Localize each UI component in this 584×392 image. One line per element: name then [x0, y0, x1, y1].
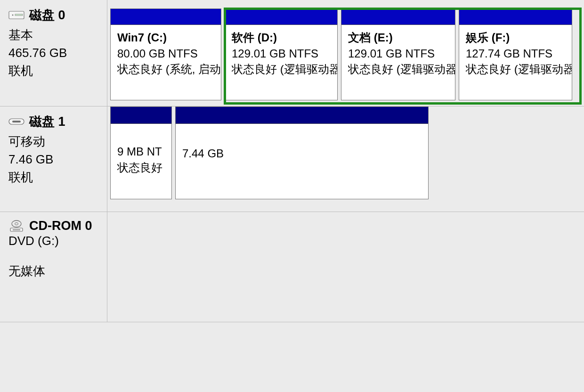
partition-status: 状态良好 (逻辑驱动器: [466, 61, 565, 77]
svg-rect-4: [12, 121, 21, 122]
partition-status: 状态良好 (逻辑驱动器: [348, 61, 448, 77]
partition-size: 129.01 GB NTFS: [232, 46, 331, 62]
partition-header: [341, 9, 455, 25]
partition-d[interactable]: 软件 (D:) 129.01 GB NTFS 状态良好 (逻辑驱动器: [225, 8, 338, 100]
cdrom-drive: DVD (G:): [8, 234, 102, 248]
disk-status: 联机: [8, 63, 102, 79]
svg-rect-8: [13, 229, 20, 230]
partition-label: Win7 (C:): [117, 30, 214, 46]
partition-header: [459, 9, 572, 25]
partition-status: 状态良好 (系统, 启动: [117, 61, 214, 77]
partition-size: 80.00 GB NTFS: [117, 46, 214, 62]
partition-label: 软件 (D:): [232, 30, 331, 46]
disk-status: 联机: [8, 169, 102, 186]
disk-size: 7.46 GB: [8, 152, 102, 167]
partition-label: 娱乐 (F:): [466, 30, 565, 46]
partition-area-0: Win7 (C:) 80.00 GB NTFS 状态良好 (系统, 启动 软件 …: [107, 0, 584, 106]
disk-size: 465.76 GB: [8, 46, 102, 60]
partition-removable-0[interactable]: 9 MB NT 状态良好: [110, 106, 172, 199]
partition-removable-1[interactable]: 7.44 GB: [175, 106, 429, 199]
removable-drive-icon: [8, 118, 24, 125]
partition-status: 状态良好 (逻辑驱动器: [232, 61, 331, 77]
disk-row-1: 磁盘 1 可移动 7.46 GB 联机 9 MB NT 状态良好 7.44 GB: [0, 106, 584, 212]
cdrom-row: CD-ROM 0 DVD (G:) 无媒体: [0, 212, 584, 322]
disk-name: 磁盘 1: [29, 113, 65, 130]
hdd-icon: [8, 11, 24, 19]
partition-f[interactable]: 娱乐 (F:) 127.74 GB NTFS 状态良好 (逻辑驱动器: [459, 8, 572, 100]
disk-info-panel-0[interactable]: 磁盘 0 基本 465.76 GB 联机: [0, 0, 107, 106]
cdrom-name: CD-ROM 0: [29, 219, 92, 233]
svg-point-5: [12, 220, 21, 227]
optical-drive-icon: [8, 220, 24, 232]
partition-area-1: 9 MB NT 状态良好 7.44 GB: [107, 106, 584, 212]
partition-header: [176, 107, 428, 124]
svg-rect-2: [15, 14, 23, 16]
partition-size: 9 MB NT: [117, 144, 165, 160]
partition-c[interactable]: Win7 (C:) 80.00 GB NTFS 状态良好 (系统, 启动: [110, 8, 221, 100]
cdrom-area: [107, 212, 584, 322]
partition-status: 状态良好: [117, 160, 165, 176]
svg-point-1: [12, 15, 14, 16]
partition-label: 文档 (E:): [348, 30, 448, 46]
partition-header: [111, 9, 221, 25]
partition-size: 7.44 GB: [182, 146, 422, 162]
partition-e[interactable]: 文档 (E:) 129.01 GB NTFS 状态良好 (逻辑驱动器: [341, 8, 455, 100]
disk-type: 可移动: [8, 133, 102, 150]
partition-size: 127.74 GB NTFS: [466, 46, 565, 62]
spacer: [8, 248, 102, 262]
cdrom-info-panel[interactable]: CD-ROM 0 DVD (G:) 无媒体: [0, 212, 107, 322]
disk-row-0: 磁盘 0 基本 465.76 GB 联机 Win7 (C:) 80.00 GB …: [0, 0, 584, 106]
cdrom-media: 无媒体: [8, 263, 102, 279]
disk-name: 磁盘 0: [29, 7, 65, 24]
partition-header: [111, 107, 171, 124]
svg-point-6: [15, 222, 18, 225]
partition-header: [225, 9, 337, 25]
disk-type: 基本: [8, 27, 102, 43]
disk-info-panel-1[interactable]: 磁盘 1 可移动 7.46 GB 联机: [0, 106, 107, 212]
partition-size: 129.01 GB NTFS: [348, 46, 448, 62]
